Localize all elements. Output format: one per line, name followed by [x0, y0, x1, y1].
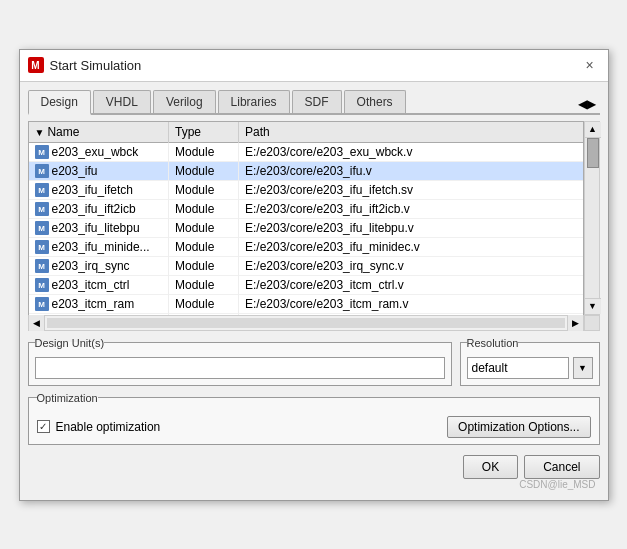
- file-table-wrapper: ▼ Name Type Path M e203_exu_wb: [28, 121, 600, 331]
- design-unit-input[interactable]: [35, 357, 445, 379]
- file-table: ▼ Name Type Path M e203_exu_wb: [29, 122, 583, 330]
- tab-scroll-arrows[interactable]: ◀▶: [574, 95, 600, 113]
- optimization-options-button[interactable]: Optimization Options...: [447, 416, 590, 438]
- horizontal-scrollbar[interactable]: ◀ ▶: [28, 315, 584, 331]
- vertical-scrollbar[interactable]: ▲ ▼: [584, 121, 600, 315]
- tab-vhdl[interactable]: VHDL: [93, 90, 151, 113]
- optimization-group: Optimization Enable optimization Optimiz…: [28, 392, 600, 445]
- start-simulation-dialog: M Start Simulation × Design VHDL Verilog…: [19, 49, 609, 501]
- file-table-scroll[interactable]: ▼ Name Type Path M e203_exu_wb: [29, 122, 583, 330]
- scroll-up-btn[interactable]: ▲: [585, 122, 601, 138]
- tab-design[interactable]: Design: [28, 90, 91, 115]
- col-header-type: Type: [169, 122, 239, 143]
- tab-sdf[interactable]: SDF: [292, 90, 342, 113]
- scroll-corner: [584, 315, 600, 331]
- design-unit-legend: Design Unit(s): [35, 337, 105, 349]
- title-bar: M Start Simulation ×: [20, 50, 608, 82]
- table-row[interactable]: M e203_ifu_ift2icb Module E:/e203/core/e…: [29, 200, 583, 219]
- watermark: CSDN@lie_MSD: [28, 479, 600, 492]
- scroll-track: [585, 138, 599, 298]
- optimization-row: Enable optimization Optimization Options…: [37, 416, 591, 438]
- app-icon: M: [28, 57, 44, 73]
- resolution-group: Resolution default1ps10ps100ps1ns10ns100…: [460, 337, 600, 386]
- table-row[interactable]: M e203_ifu_ifetch Module E:/e203/core/e2…: [29, 181, 583, 200]
- dialog-body: Design VHDL Verilog Libraries SDF Others…: [20, 82, 608, 500]
- bottom-buttons: OK Cancel: [28, 451, 600, 479]
- scroll-right-btn[interactable]: ▶: [567, 315, 583, 331]
- scroll-down-btn[interactable]: ▼: [585, 298, 601, 314]
- table-row[interactable]: M e203_ifu_litebpu Module E:/e203/core/e…: [29, 219, 583, 238]
- table-row[interactable]: M e203_itcm_ctrl Module E:/e203/core/e20…: [29, 276, 583, 295]
- cancel-button[interactable]: Cancel: [524, 455, 599, 479]
- table-row[interactable]: M e203_ifu Module E:/e203/core/e203_ifu.…: [29, 162, 583, 181]
- ok-button[interactable]: OK: [463, 455, 518, 479]
- optimization-legend: Optimization: [37, 392, 98, 404]
- tabs-row: Design VHDL Verilog Libraries SDF Others…: [28, 90, 600, 115]
- enable-optimization-checkbox[interactable]: [37, 420, 50, 433]
- title-bar-left: M Start Simulation: [28, 57, 142, 73]
- resolution-legend: Resolution: [467, 337, 519, 349]
- col-header-path: Path: [239, 122, 583, 143]
- lower-section: Design Unit(s) Resolution default1ps10ps…: [28, 337, 600, 386]
- close-button[interactable]: ×: [580, 55, 600, 75]
- dialog-title: Start Simulation: [50, 58, 142, 73]
- design-unit-group: Design Unit(s): [28, 337, 452, 386]
- resolution-select-row: default1ps10ps100ps1ns10ns100ns ▼: [467, 357, 593, 379]
- table-row[interactable]: M e203_itcm_ram Module E:/e203/core/e203…: [29, 295, 583, 314]
- tab-libraries[interactable]: Libraries: [218, 90, 290, 113]
- enable-optimization-row[interactable]: Enable optimization: [37, 420, 161, 434]
- table-row[interactable]: M e203_exu_wbck Module E:/e203/core/e203…: [29, 143, 583, 162]
- table-row[interactable]: M e203_ifu_minide... Module E:/e203/core…: [29, 238, 583, 257]
- tab-others[interactable]: Others: [344, 90, 406, 113]
- col-header-name: ▼ Name: [29, 122, 169, 143]
- table-row[interactable]: M e203_irq_sync Module E:/e203/core/e203…: [29, 257, 583, 276]
- h-scroll-track: [47, 318, 565, 328]
- scroll-thumb[interactable]: [587, 138, 599, 168]
- resolution-arrow[interactable]: ▼: [573, 357, 593, 379]
- tab-verilog[interactable]: Verilog: [153, 90, 216, 113]
- scroll-left-btn[interactable]: ◀: [29, 315, 45, 331]
- enable-optimization-label: Enable optimization: [56, 420, 161, 434]
- resolution-select[interactable]: default1ps10ps100ps1ns10ns100ns: [467, 357, 569, 379]
